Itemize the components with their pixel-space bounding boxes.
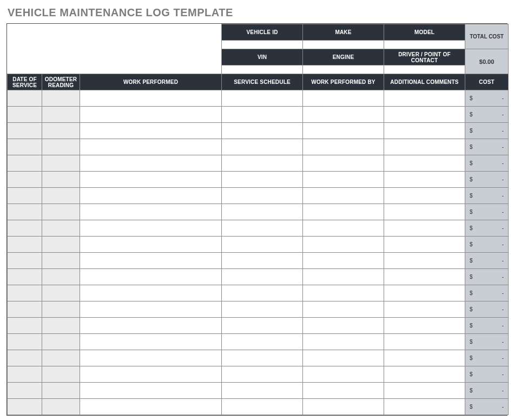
cell-work-performed-by[interactable] [303, 366, 384, 383]
cell-additional-comments[interactable] [384, 334, 465, 350]
cell-date-of-service[interactable] [8, 366, 42, 383]
cell-odometer[interactable] [42, 237, 80, 253]
cell-work-performed[interactable] [80, 334, 222, 350]
cell-odometer[interactable] [42, 318, 80, 334]
cell-service-schedule[interactable] [222, 399, 303, 415]
cell-service-schedule[interactable] [222, 155, 303, 172]
make-value[interactable] [303, 41, 384, 49]
cell-service-schedule[interactable] [222, 334, 303, 350]
cell-work-performed[interactable] [80, 318, 222, 334]
cell-odometer[interactable] [42, 139, 80, 155]
cell-service-schedule[interactable] [222, 139, 303, 155]
cell-date-of-service[interactable] [8, 253, 42, 269]
cell-work-performed-by[interactable] [303, 90, 384, 107]
cell-date-of-service[interactable] [8, 334, 42, 350]
cell-date-of-service[interactable] [8, 90, 42, 107]
cell-cost[interactable]: $- [465, 301, 509, 318]
cell-service-schedule[interactable] [222, 285, 303, 301]
cell-additional-comments[interactable] [384, 107, 465, 123]
cell-odometer[interactable] [42, 155, 80, 172]
cell-cost[interactable]: $- [465, 220, 509, 237]
cell-date-of-service[interactable] [8, 285, 42, 301]
cell-cost[interactable]: $- [465, 204, 509, 220]
cell-work-performed-by[interactable] [303, 301, 384, 318]
cell-cost[interactable]: $- [465, 107, 509, 123]
cell-additional-comments[interactable] [384, 123, 465, 139]
cell-service-schedule[interactable] [222, 366, 303, 383]
cell-odometer[interactable] [42, 90, 80, 107]
cell-work-performed[interactable] [80, 253, 222, 269]
cell-work-performed[interactable] [80, 366, 222, 383]
cell-work-performed[interactable] [80, 350, 222, 366]
cell-work-performed[interactable] [80, 269, 222, 285]
cell-work-performed-by[interactable] [303, 204, 384, 220]
cell-date-of-service[interactable] [8, 301, 42, 318]
cell-service-schedule[interactable] [222, 107, 303, 123]
cell-date-of-service[interactable] [8, 383, 42, 399]
cell-additional-comments[interactable] [384, 237, 465, 253]
cell-odometer[interactable] [42, 204, 80, 220]
cell-work-performed[interactable] [80, 301, 222, 318]
cell-work-performed[interactable] [80, 285, 222, 301]
cell-date-of-service[interactable] [8, 269, 42, 285]
vin-value[interactable] [222, 65, 303, 74]
cell-date-of-service[interactable] [8, 204, 42, 220]
vehicle-id-value[interactable] [222, 41, 303, 49]
cell-cost[interactable]: $- [465, 188, 509, 204]
cell-work-performed[interactable] [80, 399, 222, 415]
cell-service-schedule[interactable] [222, 90, 303, 107]
cell-date-of-service[interactable] [8, 220, 42, 237]
cell-additional-comments[interactable] [384, 350, 465, 366]
cell-work-performed-by[interactable] [303, 269, 384, 285]
cell-cost[interactable]: $- [465, 334, 509, 350]
cell-additional-comments[interactable] [384, 188, 465, 204]
cell-service-schedule[interactable] [222, 318, 303, 334]
cell-additional-comments[interactable] [384, 318, 465, 334]
cell-cost[interactable]: $- [465, 285, 509, 301]
cell-cost[interactable]: $- [465, 350, 509, 366]
cell-additional-comments[interactable] [384, 204, 465, 220]
cell-date-of-service[interactable] [8, 399, 42, 415]
driver-value[interactable] [384, 65, 465, 74]
cell-work-performed-by[interactable] [303, 188, 384, 204]
cell-work-performed-by[interactable] [303, 220, 384, 237]
cell-service-schedule[interactable] [222, 301, 303, 318]
cell-work-performed[interactable] [80, 123, 222, 139]
cell-odometer[interactable] [42, 188, 80, 204]
cell-work-performed-by[interactable] [303, 139, 384, 155]
cell-date-of-service[interactable] [8, 139, 42, 155]
cell-odometer[interactable] [42, 269, 80, 285]
cell-work-performed[interactable] [80, 220, 222, 237]
cell-cost[interactable]: $- [465, 383, 509, 399]
cell-odometer[interactable] [42, 123, 80, 139]
cell-work-performed-by[interactable] [303, 350, 384, 366]
cell-date-of-service[interactable] [8, 123, 42, 139]
cell-work-performed[interactable] [80, 204, 222, 220]
cell-odometer[interactable] [42, 253, 80, 269]
cell-date-of-service[interactable] [8, 237, 42, 253]
cell-odometer[interactable] [42, 399, 80, 415]
cell-additional-comments[interactable] [384, 301, 465, 318]
cell-service-schedule[interactable] [222, 172, 303, 188]
cell-work-performed[interactable] [80, 237, 222, 253]
cell-odometer[interactable] [42, 301, 80, 318]
cell-odometer[interactable] [42, 285, 80, 301]
cell-additional-comments[interactable] [384, 399, 465, 415]
cell-cost[interactable]: $- [465, 90, 509, 107]
cell-odometer[interactable] [42, 172, 80, 188]
cell-date-of-service[interactable] [8, 188, 42, 204]
cell-odometer[interactable] [42, 366, 80, 383]
cell-work-performed[interactable] [80, 107, 222, 123]
cell-service-schedule[interactable] [222, 123, 303, 139]
cell-work-performed-by[interactable] [303, 107, 384, 123]
cell-additional-comments[interactable] [384, 383, 465, 399]
model-value[interactable] [384, 41, 465, 49]
cell-service-schedule[interactable] [222, 220, 303, 237]
cell-date-of-service[interactable] [8, 107, 42, 123]
cell-work-performed-by[interactable] [303, 318, 384, 334]
cell-work-performed-by[interactable] [303, 155, 384, 172]
cell-additional-comments[interactable] [384, 285, 465, 301]
cell-work-performed-by[interactable] [303, 172, 384, 188]
cell-odometer[interactable] [42, 383, 80, 399]
cell-additional-comments[interactable] [384, 155, 465, 172]
